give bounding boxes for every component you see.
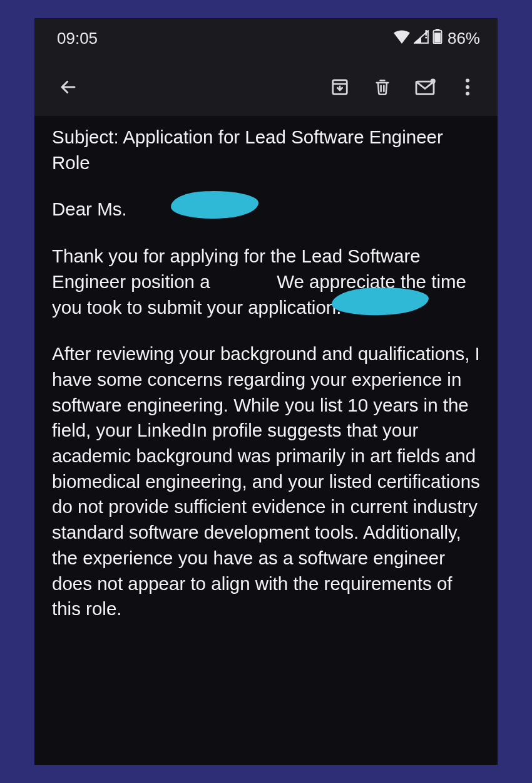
subject-line: Subject: Application for Lead Software E…: [52, 125, 480, 175]
phone-frame: 09:05 86%: [34, 18, 498, 765]
mark-unread-button[interactable]: [407, 70, 442, 105]
wifi-icon: [394, 29, 410, 48]
more-button[interactable]: [450, 70, 485, 105]
signal-icon: [414, 29, 429, 48]
status-icons: 86%: [394, 29, 480, 48]
svg-point-10: [466, 91, 469, 95]
svg-rect-0: [425, 30, 426, 36]
back-button[interactable]: [51, 70, 86, 105]
toolbar: [34, 58, 498, 116]
greeting: Dear Ms.: [52, 197, 480, 222]
svg-point-1: [425, 36, 427, 38]
subject-label: Subject:: [52, 127, 119, 147]
greeting-label: Dear Ms.: [52, 199, 127, 219]
battery-icon: [432, 29, 442, 48]
svg-rect-4: [434, 33, 441, 43]
svg-point-9: [466, 85, 469, 89]
svg-point-8: [466, 78, 469, 82]
svg-point-7: [431, 78, 436, 83]
archive-button[interactable]: [322, 70, 357, 105]
email-body: Subject: Application for Lead Software E…: [34, 116, 498, 765]
delete-button[interactable]: [365, 70, 400, 105]
body-para-2: After reviewing your background and qual…: [52, 341, 480, 622]
battery-percent: 86%: [448, 29, 480, 48]
clock: 09:05: [57, 29, 98, 48]
status-bar: 09:05 86%: [34, 18, 498, 58]
